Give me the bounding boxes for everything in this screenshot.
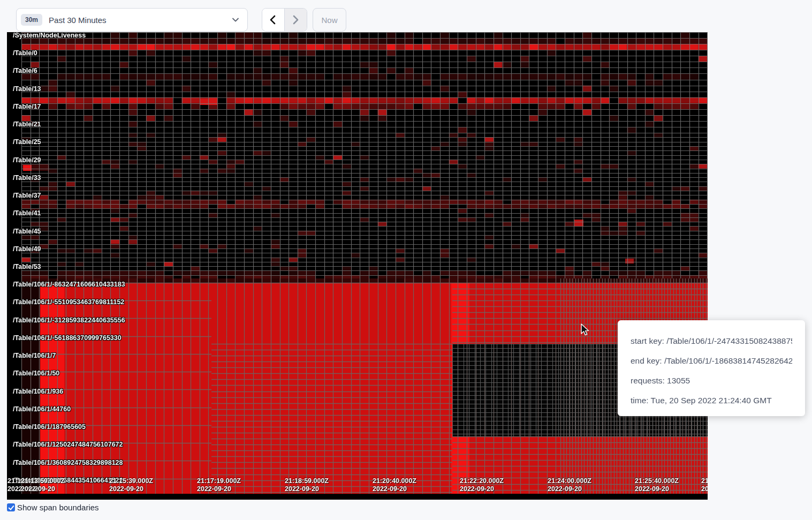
- span-boundaries-checkbox[interactable]: [7, 503, 15, 511]
- span-boundaries-label: Show span boundaries: [17, 503, 99, 512]
- app-root: { "toolbar": { "time_window_badge": "30m…: [0, 0, 812, 520]
- chevron-left-icon: [269, 15, 277, 25]
- toolbar: 30m Past 30 Minutes Now: [0, 0, 812, 32]
- now-button[interactable]: Now: [313, 8, 346, 32]
- chevron-down-icon: [231, 16, 240, 24]
- key-visualizer: /System/NodeLiveness/Table/0/Table/6/Tab…: [7, 32, 708, 500]
- time-range-badge: 30m: [21, 14, 42, 26]
- chevron-right-icon: [291, 15, 300, 25]
- prev-time-button[interactable]: [262, 9, 285, 31]
- time-range-label: Past 30 Minutes: [49, 16, 231, 25]
- tooltip-time: time: Tue, 20 Sep 2022 21:24:40 GMT: [631, 394, 792, 406]
- tooltip-start-key: start key: /Table/106/1/-247433150824388…: [631, 335, 792, 347]
- footer: Show span boundaries: [7, 503, 99, 512]
- tooltip-end-key: end key: /Table/106/1/-18683814745282642…: [631, 355, 792, 367]
- heatmap-canvas[interactable]: [7, 32, 708, 500]
- time-nav-button-group: [262, 8, 307, 32]
- time-range-select[interactable]: 30m Past 30 Minutes: [16, 8, 248, 32]
- tooltip-requests: requests: 13055: [631, 374, 792, 387]
- span-tooltip: start key: /Table/106/1/-247433150824388…: [618, 320, 805, 416]
- next-time-button[interactable]: [285, 9, 307, 31]
